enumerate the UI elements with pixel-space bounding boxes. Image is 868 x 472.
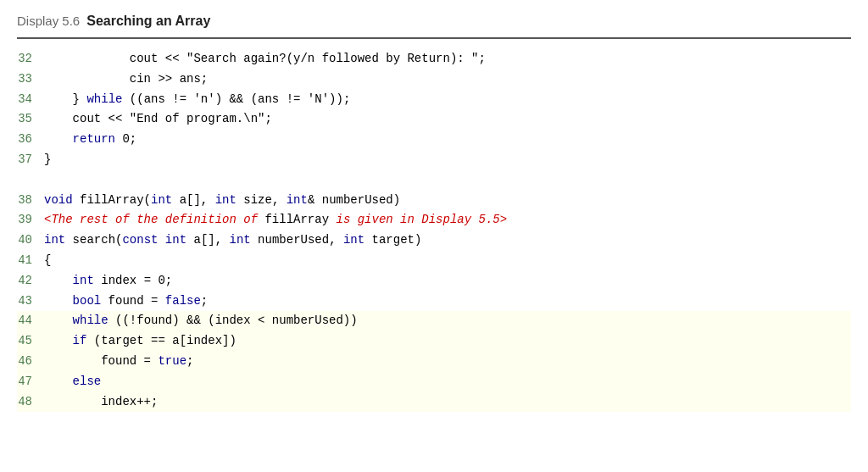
line-content: cin >> ans; [44, 69, 851, 90]
line-number: 34 [17, 90, 44, 110]
code-line-39: 39 <The rest of the definition of fillAr… [17, 210, 851, 230]
line-content: cout << "End of program.\n"; [44, 109, 851, 130]
line-number: 40 [17, 230, 44, 251]
line-number: 38 [17, 191, 44, 211]
code-line-48: 48 index++; [17, 392, 851, 413]
line-number: 35 [17, 109, 44, 130]
code-line-33: 33 cin >> ans; [17, 69, 851, 90]
line-content: int index = 0; [44, 271, 851, 292]
code-line-34: 34 } while ((ans != 'n') && (ans != 'N')… [17, 90, 851, 110]
code-line-44: 44 while ((!found) && (index < numberUse… [17, 311, 851, 331]
line-number: 36 [17, 130, 44, 150]
line-content: <The rest of the definition of fillArray… [44, 210, 851, 230]
line-number: 37 [17, 150, 44, 170]
empty-line [17, 170, 851, 191]
code-line-36: 36 return 0; [17, 130, 851, 150]
code-line-37: 37 } [17, 150, 851, 170]
line-number: 43 [17, 292, 44, 312]
code-line-41: 41 { [17, 251, 851, 271]
code-line-43: 43 bool found = false; [17, 292, 851, 312]
display-header: Display 5.6 Searching an Array [17, 14, 851, 39]
line-content: { [44, 251, 851, 271]
line-content: void fillArray(int a[], int size, int& n… [44, 191, 851, 211]
line-content: index++; [44, 392, 851, 413]
line-content: else [44, 372, 851, 392]
code-block: 32 cout << "Search again?(y/n followed b… [17, 49, 851, 412]
line-number: 41 [17, 251, 44, 271]
page-container: Display 5.6 Searching an Array 32 cout <… [0, 0, 868, 425]
line-number: 32 [17, 49, 44, 69]
line-number: 33 [17, 69, 44, 90]
line-number: 39 [17, 210, 44, 230]
code-line-42: 42 int index = 0; [17, 271, 851, 292]
line-content: found = true; [44, 352, 851, 372]
display-title: Searching an Array [86, 14, 210, 29]
line-number: 45 [17, 331, 44, 352]
line-content: return 0; [44, 130, 851, 150]
line-content: int search(const int a[], int numberUsed… [44, 230, 851, 251]
line-content: } [44, 150, 851, 170]
line-number: 48 [17, 392, 44, 413]
line-number: 46 [17, 352, 44, 372]
display-label: Display 5.6 [17, 14, 80, 28]
code-line-32: 32 cout << "Search again?(y/n followed b… [17, 49, 851, 69]
code-line-35: 35 cout << "End of program.\n"; [17, 109, 851, 130]
line-content: } while ((ans != 'n') && (ans != 'N')); [44, 90, 851, 110]
line-number: 44 [17, 311, 44, 331]
line-content: while ((!found) && (index < numberUsed)) [44, 311, 851, 331]
code-line-45: 45 if (target == a[index]) [17, 331, 851, 352]
code-line-38: 38 void fillArray(int a[], int size, int… [17, 191, 851, 211]
line-content: if (target == a[index]) [44, 331, 851, 352]
code-line-46: 46 found = true; [17, 352, 851, 372]
code-line-47: 47 else [17, 372, 851, 392]
line-number: 47 [17, 372, 44, 392]
line-number: 42 [17, 271, 44, 292]
line-content: bool found = false; [44, 292, 851, 312]
code-line-40: 40 int search(const int a[], int numberU… [17, 230, 851, 251]
line-content: cout << "Search again?(y/n followed by R… [44, 49, 851, 69]
